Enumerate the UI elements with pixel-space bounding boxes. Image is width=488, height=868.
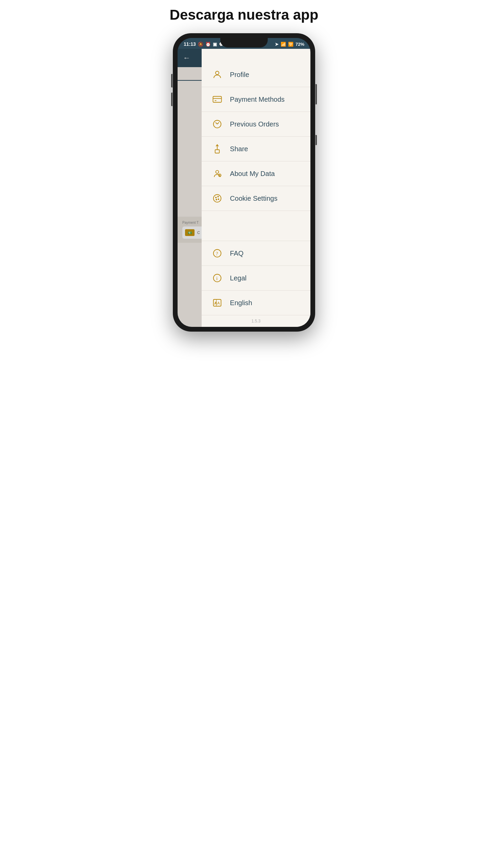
cookie-settings-icon — [211, 192, 223, 204]
volume-up-button — [171, 74, 172, 87]
svg-text:A: A — [214, 301, 217, 305]
svg-point-16 — [218, 199, 219, 200]
location-icon: ➤ — [275, 42, 279, 47]
svg-text:?: ? — [216, 251, 218, 256]
svg-point-17 — [216, 199, 217, 200]
previous-orders-label: Previous Orders — [230, 120, 279, 128]
svg-point-9 — [216, 171, 219, 174]
wifi-icon: 🛜 — [288, 42, 293, 47]
status-left: 11:13 🔕 ⏰ ▣ 💬 — [184, 41, 224, 47]
menu-item-previous-orders[interactable]: Previous Orders — [202, 112, 310, 137]
phone-notch — [220, 38, 268, 47]
side-drawer: Profile Payment Methods — [202, 49, 310, 327]
cookie-settings-label: Cookie Settings — [230, 195, 278, 202]
english-label: English — [230, 299, 252, 307]
svg-text:i: i — [216, 276, 217, 281]
signal-icon: 📶 — [281, 42, 286, 47]
previous-orders-icon — [211, 118, 223, 130]
alarm-icon: ⏰ — [205, 42, 211, 47]
payment-methods-icon — [211, 93, 223, 105]
legal-icon: i — [211, 272, 223, 284]
share-label: Share — [230, 145, 248, 153]
payment-methods-label: Payment Methods — [230, 96, 285, 103]
drawer-bottom-section: ? FAQ i Legal — [202, 241, 310, 327]
svg-point-15 — [218, 196, 219, 197]
svg-line-5 — [216, 122, 217, 124]
legal-label: Legal — [230, 274, 247, 282]
svg-line-6 — [217, 122, 219, 124]
svg-text:A: A — [217, 301, 220, 305]
menu-item-payment-methods[interactable]: Payment Methods — [202, 87, 310, 112]
power-button — [316, 84, 317, 104]
phone-screen: 11:13 🔕 ⏰ ▣ 💬 ➤ 📶 🛜 72% ← — [178, 38, 310, 327]
menu-item-share[interactable]: Share — [202, 137, 310, 161]
menu-item-english[interactable]: A A English — [202, 291, 310, 315]
svg-point-14 — [216, 197, 217, 198]
svg-point-13 — [213, 195, 221, 202]
profile-label: Profile — [230, 71, 249, 79]
status-right: ➤ 📶 🛜 72% — [275, 42, 304, 47]
power-button-2 — [316, 135, 317, 145]
menu-item-legal[interactable]: i Legal — [202, 266, 310, 291]
status-time: 11:13 — [184, 41, 196, 47]
nfc-icon: ▣ — [213, 42, 217, 47]
menu-item-profile[interactable]: Profile — [202, 62, 310, 87]
faq-icon: ? — [211, 247, 223, 259]
faq-label: FAQ — [230, 250, 244, 257]
screen-content: ← Al Bue Payment T 💵 C — [178, 49, 310, 327]
svg-point-0 — [216, 71, 219, 75]
version-text: 1.5.3 — [202, 315, 310, 327]
menu-item-faq[interactable]: ? FAQ — [202, 241, 310, 266]
drawer-spacer — [202, 49, 310, 62]
mute-icon: 🔕 — [198, 42, 203, 47]
menu-item-about-my-data[interactable]: About My Data — [202, 161, 310, 186]
language-icon: A A — [211, 297, 223, 309]
profile-icon — [211, 68, 223, 81]
menu-item-cookie-settings[interactable]: Cookie Settings — [202, 186, 310, 211]
battery-text: 72% — [296, 42, 304, 47]
page-title: Descarga nuestra app — [163, 7, 325, 23]
svg-rect-1 — [213, 96, 221, 102]
drawer-gap — [202, 211, 310, 241]
share-icon — [211, 143, 223, 155]
svg-rect-7 — [215, 150, 219, 153]
about-my-data-icon — [211, 167, 223, 180]
svg-point-12 — [220, 176, 220, 176]
about-my-data-label: About My Data — [230, 170, 275, 178]
phone-frame: 11:13 🔕 ⏰ ▣ 💬 ➤ 📶 🛜 72% ← — [173, 33, 315, 332]
volume-down-button — [171, 93, 172, 106]
